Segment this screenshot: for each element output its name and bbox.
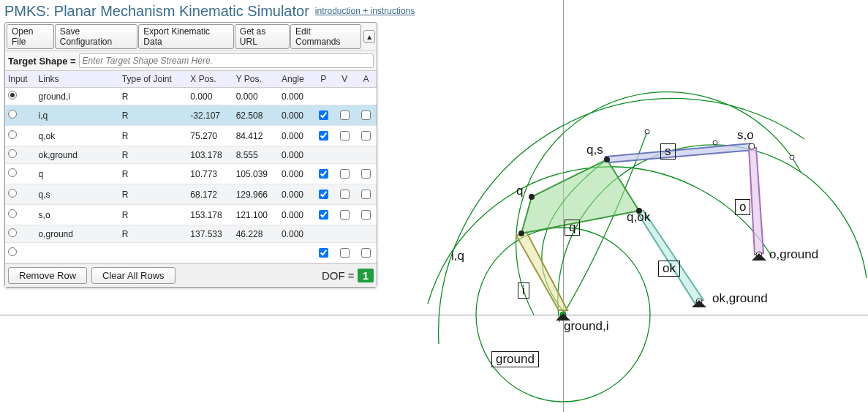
cell-angle: 0.000 <box>279 146 313 164</box>
svg-marker-2 <box>521 160 639 233</box>
cell-y: 46.228 <box>233 225 279 243</box>
app-title: PMKS: Planar Mechanism Kinematic Simulat… <box>4 3 309 20</box>
collapse-icon[interactable]: ▲ <box>363 30 375 43</box>
col-a: A <box>355 71 377 88</box>
p-checkbox[interactable] <box>319 169 328 179</box>
a-checkbox[interactable] <box>361 169 371 179</box>
joint-label-so: s,o <box>737 128 754 143</box>
cell-y <box>233 243 279 263</box>
col-x: X Pos. <box>187 71 233 88</box>
input-radio[interactable] <box>8 149 17 158</box>
control-panel: Open File Save Configuration Export Kine… <box>4 22 377 288</box>
target-shape-input[interactable] <box>79 53 374 68</box>
cell-x: 153.178 <box>187 205 233 225</box>
target-shape-label: Target Shape = <box>8 56 76 67</box>
link-label-s: s <box>660 143 676 160</box>
a-checkbox[interactable] <box>361 111 371 120</box>
col-y: Y Pos. <box>233 71 279 88</box>
dof-label: DOF = <box>322 269 358 282</box>
input-radio[interactable] <box>8 168 17 177</box>
input-radio[interactable] <box>8 228 17 237</box>
cell-links: q,s <box>36 184 119 205</box>
input-radio[interactable] <box>8 130 17 139</box>
input-radio[interactable] <box>8 189 17 198</box>
v-checkbox[interactable] <box>340 111 350 120</box>
svg-marker-5 <box>749 146 763 255</box>
table-row[interactable] <box>5 243 377 263</box>
cell-links <box>36 243 119 263</box>
cell-links: q <box>36 164 119 184</box>
table-row[interactable]: q,okR75.27084.4120.000 <box>5 126 377 146</box>
a-checkbox[interactable] <box>361 210 371 220</box>
a-checkbox[interactable] <box>361 248 371 258</box>
a-checkbox[interactable] <box>361 131 371 141</box>
v-checkbox[interactable] <box>340 190 350 199</box>
cell-type: R <box>119 205 187 225</box>
cell-x: 103.178 <box>187 146 233 164</box>
col-angle: Angle <box>279 71 313 88</box>
joint-label-og: o,ground <box>769 247 818 262</box>
remove-row-button[interactable]: Remove Row <box>8 267 87 284</box>
a-checkbox[interactable] <box>361 190 371 199</box>
link-label-ok: ok <box>658 261 680 277</box>
cell-angle: 0.000 <box>279 225 313 243</box>
cell-type: R <box>119 146 187 164</box>
v-checkbox[interactable] <box>340 210 350 220</box>
cell-angle: 0.000 <box>279 184 313 205</box>
cell-angle: 0.000 <box>279 164 313 184</box>
svg-point-12 <box>749 143 755 149</box>
v-checkbox[interactable] <box>340 169 350 179</box>
col-p: P <box>313 71 334 88</box>
input-radio[interactable] <box>8 247 17 256</box>
save-config-button[interactable]: Save Configuration <box>55 24 138 49</box>
v-checkbox[interactable] <box>340 131 350 141</box>
table-row[interactable]: i,qR-32.10762.5080.000 <box>5 105 377 126</box>
clear-rows-button[interactable]: Clear All Rows <box>91 267 176 284</box>
svg-marker-4 <box>605 143 753 162</box>
svg-point-13 <box>756 252 762 258</box>
p-checkbox[interactable] <box>319 111 328 120</box>
edit-commands-button[interactable]: Edit Commands <box>290 24 361 49</box>
get-url-button[interactable]: Get as URL <box>235 24 290 49</box>
table-row[interactable]: q,sR68.172129.9660.000 <box>5 184 377 205</box>
cell-x: 137.533 <box>187 225 233 243</box>
joint-label-q: q <box>516 184 523 198</box>
p-checkbox[interactable] <box>319 248 328 258</box>
input-radio[interactable] <box>8 91 17 100</box>
table-row[interactable]: ok,groundR103.1788.5550.000 <box>5 146 377 164</box>
cell-angle: 0.000 <box>279 205 313 225</box>
table-row[interactable]: o,groundR137.53346.2280.000 <box>5 225 377 243</box>
input-radio[interactable] <box>8 110 17 119</box>
cell-x: -32.107 <box>187 105 233 126</box>
table-row[interactable]: ground,iR0.0000.0000.000 <box>5 88 377 105</box>
svg-point-11 <box>696 299 702 304</box>
cell-x: 0.000 <box>187 88 233 105</box>
input-radio[interactable] <box>8 209 17 218</box>
col-type: Type of Joint <box>119 71 187 88</box>
export-data-button[interactable]: Export Kinematic Data <box>138 24 233 49</box>
joint-label-qs: q,s <box>586 143 603 157</box>
v-checkbox[interactable] <box>340 248 350 258</box>
p-checkbox[interactable] <box>319 210 328 220</box>
cell-links: ground,i <box>36 88 119 105</box>
p-checkbox[interactable] <box>319 190 328 199</box>
table-row[interactable]: qR10.773105.0390.000 <box>5 164 377 184</box>
link-label-i: i <box>518 282 529 299</box>
joints-table: Input Links Type of Joint X Pos. Y Pos. … <box>5 71 377 263</box>
open-file-button[interactable]: Open File <box>7 24 54 49</box>
cell-links: q,ok <box>36 126 119 146</box>
cell-type: R <box>119 88 187 105</box>
cell-type: R <box>119 105 187 126</box>
cell-x: 10.773 <box>187 164 233 184</box>
cell-y: 8.555 <box>233 146 279 164</box>
help-link[interactable]: introduction + instructions <box>315 7 415 16</box>
p-checkbox[interactable] <box>319 131 328 141</box>
cell-x: 75.270 <box>187 126 233 146</box>
svg-point-7 <box>518 231 524 236</box>
cell-y: 62.508 <box>233 105 279 126</box>
link-label-ground: ground <box>491 351 539 367</box>
table-row[interactable]: s,oR153.178121.1000.000 <box>5 205 377 225</box>
col-links: Links <box>36 71 119 88</box>
cell-y: 121.100 <box>233 205 279 225</box>
cell-type <box>119 243 187 263</box>
